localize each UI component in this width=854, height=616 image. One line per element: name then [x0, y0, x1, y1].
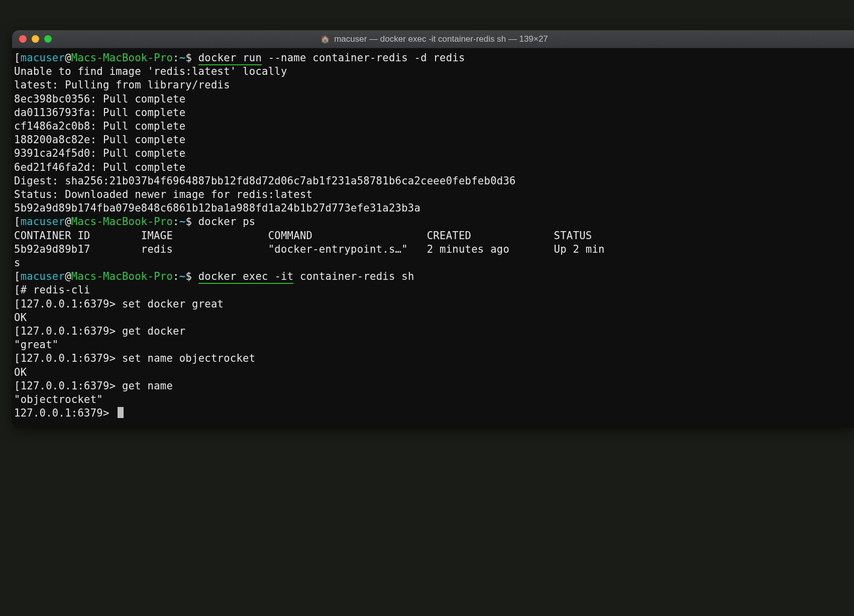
cmd1-rest: --name container-redis -d redis — [262, 52, 465, 64]
redis-out: OK — [14, 366, 27, 378]
output-line: Unable to find image 'redis:latest' loca… — [14, 65, 287, 77]
prompt-user: macuser — [21, 270, 65, 282]
prompt-host: Macs-MacBook-Pro — [71, 52, 173, 64]
ps-header: CONTAINER ID IMAGE COMMAND CREATED STATU… — [14, 230, 592, 242]
prompt-path: ~ — [179, 52, 186, 64]
terminal-body[interactable]: [macuser@Macs-MacBook-Pro:~$ docker run … — [12, 48, 854, 420]
prompt-colon: : — [173, 52, 179, 64]
prompt-colon: : — [173, 270, 179, 282]
prompt-at: @ — [65, 52, 71, 64]
redis-cmd: set docker great — [122, 298, 224, 310]
prompt-path: ~ — [179, 216, 186, 228]
output-line: Status: Downloaded newer image for redis… — [14, 188, 312, 200]
cursor-block — [118, 407, 124, 418]
output-line: 9391ca24f5d0: Pull complete — [14, 147, 185, 159]
prompt-at: @ — [65, 216, 71, 228]
prompt-user: macuser — [21, 52, 65, 64]
window-title: 🏠 macuser — docker exec -it container-re… — [52, 34, 817, 44]
ps-row: 5b92a9d89b17 redis "docker-entrypoint.s…… — [14, 243, 605, 255]
redis-out: "great" — [14, 339, 59, 351]
redis-prompt: 127.0.0.1:6379> — [14, 407, 116, 419]
redis-prompt: [127.0.0.1:6379> — [14, 325, 122, 337]
terminal-window: 🏠 macuser — docker exec -it container-re… — [12, 30, 854, 428]
output-line: 6ed21f46fa2d: Pull complete — [14, 161, 185, 173]
sh-prompt: # redis-cli — [21, 284, 90, 296]
cmd1-underlined: docker run — [198, 52, 262, 65]
redis-prompt: [127.0.0.1:6379> — [14, 298, 122, 310]
prompt-path: ~ — [179, 270, 186, 282]
redis-cmd: get name — [122, 380, 173, 392]
prompt-open-bracket: [ — [14, 270, 21, 282]
prompt-host: Macs-MacBook-Pro — [71, 216, 173, 228]
prompt-open-bracket: [ — [14, 216, 21, 228]
home-icon: 🏠 — [321, 35, 330, 44]
prompt-dollar: $ — [185, 216, 198, 228]
output-line: da01136793fa: Pull complete — [14, 107, 185, 119]
output-line: cf1486a2c0b8: Pull complete — [14, 120, 185, 132]
prompt-host: Macs-MacBook-Pro — [71, 270, 173, 282]
redis-cmd: get docker — [122, 325, 185, 337]
redis-out: "objectrocket" — [14, 393, 103, 405]
redis-prompt: [127.0.0.1:6379> — [14, 352, 122, 364]
sh-open-bracket: [ — [14, 284, 21, 296]
title-label: macuser — docker exec -it container-redi… — [334, 34, 548, 44]
prompt-at: @ — [65, 270, 71, 282]
cmd2: docker ps — [198, 216, 256, 228]
cmd3-underlined: docker exec -it — [198, 270, 294, 284]
output-line: Digest: sha256:21b037b4f6964887bb12fd8d7… — [14, 175, 516, 187]
cmd3-rest: container-redis sh — [293, 270, 414, 282]
output-line: 8ec398bc0356: Pull complete — [14, 93, 185, 105]
window-titlebar[interactable]: 🏠 macuser — docker exec -it container-re… — [12, 30, 854, 48]
prompt-dollar: $ — [185, 52, 198, 64]
output-line: 5b92a9d89b174fba079e848c6861b12ba1a988fd… — [14, 202, 420, 214]
close-button[interactable] — [19, 35, 27, 43]
prompt-open-bracket: [ — [14, 52, 21, 64]
zoom-button[interactable] — [44, 35, 52, 43]
redis-prompt: [127.0.0.1:6379> — [14, 380, 122, 392]
redis-out: OK — [14, 312, 27, 324]
traffic-lights — [19, 35, 52, 43]
minimize-button[interactable] — [32, 35, 39, 43]
ps-wrap: s — [14, 257, 21, 269]
redis-cmd: set name objectrocket — [122, 352, 255, 364]
prompt-colon: : — [173, 216, 179, 228]
output-line: 188200a8c82e: Pull complete — [14, 134, 185, 146]
prompt-user: macuser — [21, 216, 65, 228]
output-line: latest: Pulling from library/redis — [14, 79, 230, 91]
prompt-dollar: $ — [185, 270, 198, 282]
